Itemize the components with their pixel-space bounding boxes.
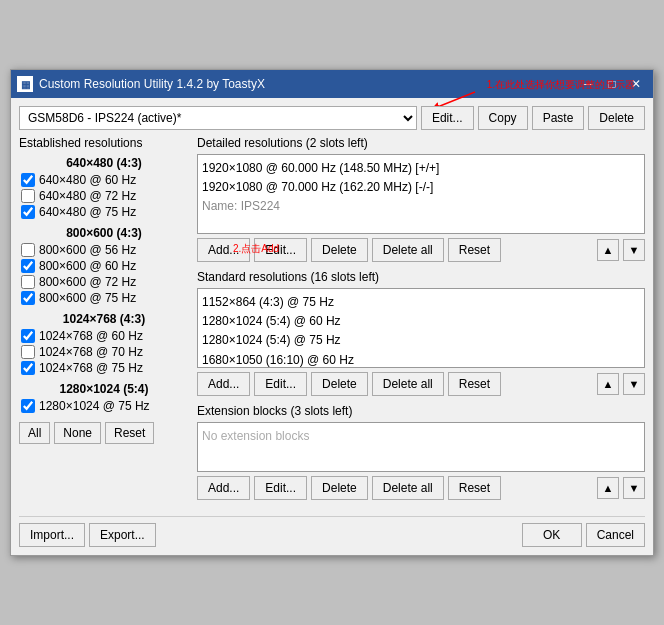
standard-delete-all-button[interactable]: Delete all: [372, 372, 444, 396]
checkbox-800-56[interactable]: [21, 243, 35, 257]
footer-right: OK Cancel: [522, 523, 645, 547]
group4-title: 1280×1024 (5:4): [19, 382, 189, 396]
standard-line-4: 1680×1050 (16:10) @ 60 Hz: [202, 351, 640, 370]
list-item: 1024×768 @ 75 Hz: [19, 360, 189, 376]
window-title: Custom Resolution Utility 1.4.2 by Toast…: [39, 77, 265, 91]
standard-up-button[interactable]: ▲: [597, 373, 619, 395]
list-item: 640×480 @ 75 Hz: [19, 204, 189, 220]
standard-line-3: 1280×1024 (5:4) @ 75 Hz: [202, 331, 640, 350]
extension-blocks-section: Extension blocks (3 slots left) No exten…: [197, 404, 645, 500]
extension-up-button[interactable]: ▲: [597, 477, 619, 499]
import-button[interactable]: Import...: [19, 523, 85, 547]
main-body: Established resolutions 640×480 (4:3) 64…: [19, 136, 645, 508]
checkbox-640-72[interactable]: [21, 189, 35, 203]
top-row: GSM58D6 - IPS224 (active)* Edit... Copy …: [19, 106, 645, 130]
detail-add-button[interactable]: Add...: [197, 238, 250, 262]
standard-edit-button[interactable]: Edit...: [254, 372, 307, 396]
maximize-button[interactable]: □: [601, 74, 623, 94]
right-panel: Detailed resolutions (2 slots left) 1920…: [197, 136, 645, 508]
standard-delete-button[interactable]: Delete: [311, 372, 368, 396]
extension-edit-button[interactable]: Edit...: [254, 476, 307, 500]
group2-title: 800×600 (4:3): [19, 226, 189, 240]
checkbox-1024-70[interactable]: [21, 345, 35, 359]
close-button[interactable]: ✕: [625, 74, 647, 94]
ok-button[interactable]: OK: [522, 523, 582, 547]
extension-delete-button[interactable]: Delete: [311, 476, 368, 500]
extension-delete-all-button[interactable]: Delete all: [372, 476, 444, 500]
list-item: 800×600 @ 60 Hz: [19, 258, 189, 274]
detail-line-2: 1920×1080 @ 70.000 Hz (162.20 MHz) [-/-]: [202, 178, 640, 197]
checkbox-1024-75[interactable]: [21, 361, 35, 375]
checkbox-800-72[interactable]: [21, 275, 35, 289]
extension-down-button[interactable]: ▼: [623, 477, 645, 499]
checkbox-1024-60[interactable]: [21, 329, 35, 343]
standard-action-buttons: Add... Edit... Delete Delete all Reset ▲…: [197, 372, 645, 396]
detailed-resolutions-box[interactable]: 1920×1080 @ 60.000 Hz (148.50 MHz) [+/+]…: [197, 154, 645, 234]
minimize-button[interactable]: ─: [577, 74, 599, 94]
main-window: ▦ Custom Resolution Utility 1.4.2 by Toa…: [10, 69, 654, 556]
all-button[interactable]: All: [19, 422, 50, 444]
detail-delete-button[interactable]: Delete: [311, 238, 368, 262]
detail-line-1: 1920×1080 @ 60.000 Hz (148.50 MHz) [+/+]: [202, 159, 640, 178]
left-bottom-buttons: All None Reset: [19, 422, 189, 444]
left-panel: Established resolutions 640×480 (4:3) 64…: [19, 136, 189, 508]
detail-down-button[interactable]: ▼: [623, 239, 645, 261]
edit-monitor-button[interactable]: Edit...: [421, 106, 474, 130]
extension-placeholder: No extension blocks: [202, 429, 309, 443]
app-icon: ▦: [17, 76, 33, 92]
extension-reset-button[interactable]: Reset: [448, 476, 501, 500]
checkbox-640-75[interactable]: [21, 205, 35, 219]
title-bar: ▦ Custom Resolution Utility 1.4.2 by Toa…: [11, 70, 653, 98]
list-item: 1024×768 @ 70 Hz: [19, 344, 189, 360]
none-button[interactable]: None: [54, 422, 101, 444]
detail-reset-button[interactable]: Reset: [448, 238, 501, 262]
list-item: 1280×1024 @ 75 Hz: [19, 398, 189, 414]
extension-blocks-label: Extension blocks (3 slots left): [197, 404, 645, 418]
standard-resolutions-box[interactable]: 1152×864 (4:3) @ 75 Hz 1280×1024 (5:4) @…: [197, 288, 645, 368]
extension-action-buttons: Add... Edit... Delete Delete all Reset ▲…: [197, 476, 645, 500]
group1-title: 640×480 (4:3): [19, 156, 189, 170]
list-item: 640×480 @ 60 Hz: [19, 172, 189, 188]
reset-established-button[interactable]: Reset: [105, 422, 154, 444]
footer: Import... Export... OK Cancel: [19, 516, 645, 547]
paste-button[interactable]: Paste: [532, 106, 585, 130]
monitor-select[interactable]: GSM58D6 - IPS224 (active)*: [19, 106, 417, 130]
established-resolutions-label: Established resolutions: [19, 136, 189, 150]
checkbox-1280-75[interactable]: [21, 399, 35, 413]
detailed-resolutions-section: Detailed resolutions (2 slots left) 1920…: [197, 136, 645, 262]
list-item: 1024×768 @ 60 Hz: [19, 328, 189, 344]
list-item: 800×600 @ 75 Hz: [19, 290, 189, 306]
export-button[interactable]: Export...: [89, 523, 156, 547]
list-item: 800×600 @ 72 Hz: [19, 274, 189, 290]
standard-line-2: 1280×1024 (5:4) @ 60 Hz: [202, 312, 640, 331]
standard-line-1: 1152×864 (4:3) @ 75 Hz: [202, 293, 640, 312]
delete-monitor-button[interactable]: Delete: [588, 106, 645, 130]
list-item: 640×480 @ 72 Hz: [19, 188, 189, 204]
title-bar-left: ▦ Custom Resolution Utility 1.4.2 by Toa…: [17, 76, 265, 92]
standard-down-button[interactable]: ▼: [623, 373, 645, 395]
standard-resolutions-label: Standard resolutions (16 slots left): [197, 270, 645, 284]
title-bar-controls: ─ □ ✕: [577, 74, 647, 94]
copy-button[interactable]: Copy: [478, 106, 528, 130]
checkbox-800-60[interactable]: [21, 259, 35, 273]
cancel-button[interactable]: Cancel: [586, 523, 645, 547]
detail-action-buttons: Add... Edit... Delete Delete all Reset ▲…: [197, 238, 645, 262]
standard-add-button[interactable]: Add...: [197, 372, 250, 396]
group3-title: 1024×768 (4:3): [19, 312, 189, 326]
standard-reset-button[interactable]: Reset: [448, 372, 501, 396]
content-area: 1.在此处选择你想要调整的显示器 GSM58D6 - IPS224 (activ…: [11, 98, 653, 555]
detailed-resolutions-label: Detailed resolutions (2 slots left): [197, 136, 645, 150]
extension-add-button[interactable]: Add...: [197, 476, 250, 500]
standard-resolutions-section: Standard resolutions (16 slots left) 115…: [197, 270, 645, 396]
detail-up-button[interactable]: ▲: [597, 239, 619, 261]
list-item: 800×600 @ 56 Hz: [19, 242, 189, 258]
detail-delete-all-button[interactable]: Delete all: [372, 238, 444, 262]
detail-name-line: Name: IPS224: [202, 197, 640, 216]
checkbox-800-75[interactable]: [21, 291, 35, 305]
extension-blocks-box[interactable]: No extension blocks: [197, 422, 645, 472]
checkbox-640-60[interactable]: [21, 173, 35, 187]
detail-action-wrapper: Add... Edit... Delete Delete all Reset ▲…: [197, 238, 645, 262]
footer-left: Import... Export...: [19, 523, 156, 547]
detail-edit-button[interactable]: Edit...: [254, 238, 307, 262]
